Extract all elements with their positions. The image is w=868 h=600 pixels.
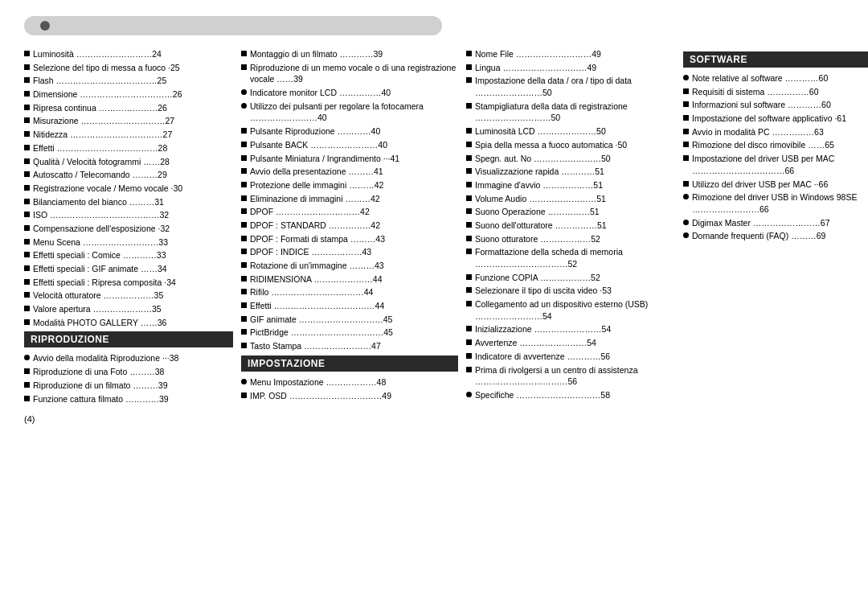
square-bullet	[683, 115, 689, 121]
content-columns: Luminosità ………………………24Selezione del tipo…	[24, 48, 844, 406]
square-bullet	[24, 199, 30, 204]
square-bullet	[683, 88, 689, 94]
entry-text: Nitidezza ……………………………27	[33, 129, 233, 141]
list-item: Spegn. aut. No ……………………50	[466, 153, 675, 165]
square-bullet	[466, 168, 472, 174]
entry-text: Utilizzo del driver USB per MAC ··66	[692, 179, 868, 191]
entry-text: Suono Operazione ……………51	[475, 206, 675, 218]
entry-text: Registrazione vocale / Memo vocale ·30	[33, 183, 233, 195]
entry-text: Impostazione del software applicativo ·6…	[692, 113, 868, 125]
entry-text: Effetti speciali : Ripresa composita ·34	[33, 277, 233, 289]
square-bullet	[241, 289, 247, 294]
list-item: Note relative al software …………60	[683, 72, 868, 84]
page-number: (4)	[24, 414, 844, 424]
square-bullet	[466, 208, 472, 214]
list-item: DPOF : Formati di stampa ………43	[241, 233, 458, 245]
entry-text: Rimozione del driver USB in Windows 98SE…	[692, 191, 868, 215]
list-item: Suono dell'otturatore ……………51	[466, 220, 675, 232]
list-item: RIDIMENSIONA …………………44	[241, 273, 458, 286]
list-item: Impostazione della data / ora / tipo di …	[466, 75, 675, 98]
entry-text: Rimozione del disco rimovibile ……65	[692, 139, 868, 151]
list-item: Funzione COPIA ………………52	[466, 272, 675, 284]
list-item: Flash ………………………………25	[24, 75, 233, 87]
entry-text: Avvio della presentazione ………41	[250, 166, 458, 178]
entry-text: Impostazione del driver USB per MAC ……………	[692, 153, 868, 176]
entry-text: Funzione COPIA ………………52	[475, 272, 675, 284]
square-bullet	[24, 185, 30, 191]
list-item: Montaggio di un filmato …………39	[241, 48, 458, 60]
square-bullet	[24, 225, 30, 231]
square-bullet	[466, 182, 472, 187]
entry-text: Compensazione dell'esposizione ·32	[33, 223, 233, 235]
square-bullet	[24, 145, 30, 150]
entry-text: Menu Scena ………………………33	[33, 236, 233, 249]
list-item: Modalità PHOTO GALLERY ……36	[24, 317, 233, 329]
list-item: Valore apertura …………………35	[24, 303, 233, 315]
square-bullet	[241, 236, 247, 241]
entry-text: Suono dell'otturatore ……………51	[475, 220, 675, 232]
list-item: Bilanciamento del bianco ………31	[24, 196, 233, 208]
list-item: Suono Operazione ……………51	[466, 206, 675, 218]
list-item: Suono otturatore ………………52	[466, 233, 675, 245]
list-item: Effetti speciali : Ripresa composita ·34	[24, 277, 233, 289]
list-item: Immagine d'avvio ………………51	[466, 179, 675, 191]
entry-text: Informazioni sul software …………60	[692, 99, 868, 111]
square-bullet	[466, 249, 472, 254]
entry-text: Effetti speciali : Comice …………33	[33, 249, 233, 261]
list-item: Registrazione vocale / Memo vocale ·30	[24, 183, 233, 195]
list-item: Avvio in modalità PC ……………63	[683, 126, 868, 138]
square-bullet	[24, 117, 30, 123]
list-item: Selezione del tipo di messa a fuoco ·25	[24, 62, 233, 74]
list-item: DPOF : INDICE ………………43	[241, 246, 458, 258]
section-header: IMPOSTAZIONE	[241, 355, 458, 372]
square-bullet	[466, 287, 472, 293]
square-bullet	[241, 329, 247, 335]
square-bullet	[241, 262, 247, 268]
square-bullet	[24, 158, 30, 164]
title-dot	[40, 21, 50, 31]
column-3: Nome File ………………………49Lingua …………………………49…	[466, 48, 675, 406]
entry-text: Stampigliatura della data di registrazio…	[475, 101, 675, 124]
list-item: Effetti ………………………………28	[24, 142, 233, 154]
list-item: Utilizzo dei pulsanti per regolare la fo…	[241, 101, 458, 124]
list-item: Avvio della presentazione ………41	[241, 166, 458, 178]
list-item: Stampigliatura della data di registrazio…	[466, 101, 675, 124]
entry-text: Selezione del tipo di messa a fuoco ·25	[33, 62, 233, 74]
entry-text: Domande frequenti (FAQ) ………69	[692, 230, 868, 242]
entry-text: Formattazione della scheda di memoria ………	[475, 246, 675, 269]
entry-text: Luminosità LCD …………………50	[475, 125, 675, 138]
list-item: Lingua …………………………49	[466, 62, 675, 74]
circle-bullet	[241, 379, 247, 384]
square-bullet	[466, 103, 472, 109]
list-item: Prima di rivolgersi a un centro di assis…	[466, 364, 675, 388]
entry-text: Selezionare il tipo di uscita video ·53	[475, 285, 675, 297]
entry-text: Effetti speciali : GIF animate ……34	[33, 263, 233, 275]
entry-text: Luminosità ………………………24	[33, 48, 233, 60]
entry-text: DPOF : Formati di stampa ………43	[250, 233, 458, 245]
entry-text: Rifilo ……………………………44	[250, 286, 458, 298]
entry-text: Pulsante Miniatura / Ingrandimento ···41	[250, 153, 458, 165]
entry-text: Protezione delle immagini ………42	[250, 179, 458, 191]
list-item: Specifiche …………………………58	[466, 389, 675, 401]
column-4: SOFTWARENote relative al software …………60…	[683, 48, 868, 406]
square-bullet	[24, 239, 30, 245]
square-bullet	[241, 142, 247, 147]
entry-text: DPOF …………………………42	[250, 206, 458, 218]
list-item: Pulsante Miniatura / Ingrandimento ···41	[241, 153, 458, 165]
square-bullet	[24, 319, 30, 325]
square-bullet	[683, 181, 689, 187]
list-item: Avvio della modalità Riproduzione ···38	[24, 352, 233, 364]
square-bullet	[466, 128, 472, 134]
square-bullet	[241, 249, 247, 254]
square-bullet	[466, 236, 472, 241]
entry-text: Nome File ………………………49	[475, 48, 675, 60]
square-bullet	[466, 274, 472, 280]
square-bullet	[241, 276, 247, 282]
list-item: DPOF …………………………42	[241, 206, 458, 218]
entry-text: Spegn. aut. No ……………………50	[475, 153, 675, 165]
entry-text: Collegamento ad un dispositivo esterno (…	[475, 298, 675, 322]
square-bullet	[241, 222, 247, 228]
list-item: Luminosità LCD …………………50	[466, 125, 675, 138]
circle-bullet	[241, 89, 247, 95]
list-item: Dimensione ……………………………26	[24, 88, 233, 101]
